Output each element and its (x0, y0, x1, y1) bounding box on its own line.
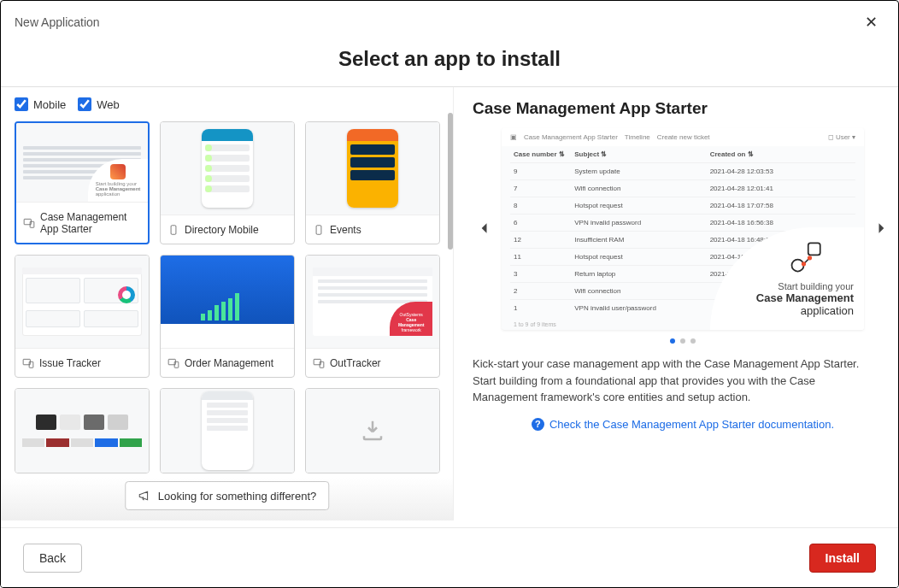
app-thumbnail (306, 122, 439, 215)
responsive-icon (313, 357, 325, 369)
carousel-dot[interactable] (680, 338, 685, 344)
help-icon: ? (532, 418, 544, 431)
responsive-icon (22, 357, 34, 369)
svg-rect-10 (808, 243, 820, 255)
app-card-label: Directory Mobile (185, 224, 259, 236)
mobile-icon (167, 224, 179, 236)
mobile-icon (313, 224, 325, 236)
dialog-title: New Application (15, 15, 100, 29)
back-button[interactable]: Back (23, 544, 82, 573)
case-management-icon (789, 238, 825, 274)
app-card-directory-mobile[interactable]: Directory Mobile (160, 121, 295, 244)
app-card-events[interactable]: Events (305, 121, 440, 244)
detail-description: Kick-start your case management app with… (473, 356, 893, 406)
carousel-dot[interactable] (690, 338, 696, 344)
filter-mobile-label: Mobile (33, 98, 66, 111)
app-card-upload[interactable] (305, 388, 440, 473)
chevron-right-icon (873, 220, 890, 237)
app-list-panel: Mobile Web Start building yourCase Manag… (1, 87, 454, 520)
app-card-label: Order Management (185, 357, 273, 369)
app-card-label: Case Management App Starter (40, 211, 141, 235)
responsive-icon (167, 357, 179, 369)
app-card-issue-tracker[interactable]: Issue Tracker (15, 255, 150, 378)
app-thumbnail (161, 256, 294, 348)
looking-different-button[interactable]: Looking for something different? (125, 481, 330, 510)
carousel-dots (473, 338, 893, 344)
app-thumbnail: OutSystemsCase Managementframework (306, 256, 439, 348)
responsive-icon (23, 217, 35, 229)
svg-point-13 (808, 256, 812, 260)
filter-mobile[interactable]: Mobile (15, 97, 66, 111)
app-thumbnail (306, 389, 439, 473)
svg-point-12 (802, 262, 806, 266)
page-title: Select an app to install (1, 40, 898, 86)
app-card-label: Issue Tracker (39, 357, 101, 369)
app-thumbnail (161, 122, 294, 215)
filter-mobile-checkbox[interactable] (15, 97, 28, 111)
filter-web[interactable]: Web (78, 97, 120, 111)
filter-web-label: Web (97, 98, 120, 111)
chevron-left-icon (476, 220, 493, 237)
app-card-order-management[interactable]: Order Management (160, 255, 295, 378)
documentation-link[interactable]: Check the Case Management App Starter do… (549, 418, 834, 431)
close-icon: ✕ (865, 14, 878, 31)
detail-title: Case Management App Starter (473, 99, 893, 118)
app-card-outtracker[interactable]: OutSystemsCase Managementframework OutTr… (305, 255, 440, 378)
install-button[interactable]: Install (809, 544, 876, 573)
cta-label: Looking for something different? (158, 490, 317, 503)
app-thumbnail (15, 389, 149, 473)
app-card-partial-2[interactable] (160, 388, 295, 473)
svg-point-11 (792, 259, 804, 271)
megaphone-icon (138, 489, 151, 503)
app-thumbnail (161, 389, 294, 473)
svg-rect-2 (171, 225, 176, 234)
app-thumbnail: Start building yourCase Managementapplic… (16, 123, 148, 202)
download-icon (360, 418, 385, 444)
detail-panel: Case Management App Starter ▣ Case Manag… (454, 87, 898, 520)
close-button[interactable]: ✕ (858, 9, 884, 35)
svg-rect-3 (316, 225, 321, 234)
app-card-case-management[interactable]: Start building yourCase Managementapplic… (15, 121, 150, 244)
scrollbar[interactable] (448, 113, 453, 250)
filter-web-checkbox[interactable] (78, 97, 91, 111)
app-card-partial-1[interactable] (15, 388, 150, 473)
carousel-prev-button[interactable] (473, 216, 497, 243)
app-card-label: OutTracker (330, 357, 381, 369)
app-preview-image: ▣ Case Management App Starter Timeline C… (502, 128, 864, 330)
app-card-label: Events (330, 224, 361, 236)
carousel-dot[interactable] (670, 338, 675, 344)
carousel-next-button[interactable] (869, 216, 893, 243)
app-thumbnail (15, 256, 149, 348)
